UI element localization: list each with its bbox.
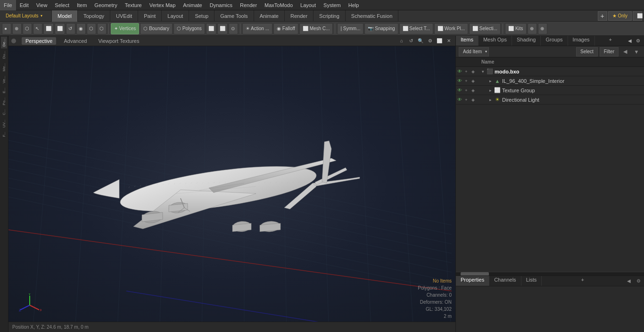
expand-3[interactable]: ▸	[488, 97, 493, 102]
menu-view[interactable]: View	[33, 0, 51, 10]
vtab-de[interactable]: De...	[1, 37, 7, 49]
eye-icon-0[interactable]: 👁	[457, 69, 462, 74]
tool-boundary[interactable]: ⬡ Boundary	[140, 23, 173, 34]
menu-help[interactable]: Help	[345, 0, 363, 10]
tree-item-0[interactable]: 👁 + ◈ ▾ ⬛ modo.bxo	[456, 67, 644, 76]
vtab-f[interactable]: F...	[1, 130, 7, 139]
menu-geometry[interactable]: Geometry	[91, 0, 121, 10]
vis-icon-1b[interactable]: +	[463, 78, 469, 84]
rpanel-tab-items[interactable]: Items	[456, 36, 479, 46]
viewport-icon-gear[interactable]: ⚙	[426, 37, 434, 45]
vis-icon-3b[interactable]: +	[463, 97, 469, 103]
tool-select1[interactable]: ●	[2, 23, 11, 34]
bpanel-tab-properties[interactable]: Properties	[456, 276, 489, 286]
menu-animate[interactable]: Animate	[179, 0, 206, 10]
mode-setup[interactable]: Setup	[189, 10, 215, 22]
rpanel-settings-icon[interactable]: ⚙	[635, 37, 642, 45]
rpanel-tab-mesh-ops[interactable]: Mesh Ops	[479, 36, 512, 46]
rpanel-collapse-icon[interactable]: ◀	[626, 37, 634, 45]
bpanel-settings-icon[interactable]: ⚙	[635, 277, 642, 285]
viewport-canvas[interactable]: .gridline{stroke:#2a3848;stroke-width:0.…	[8, 46, 455, 322]
menu-maxtomodo[interactable]: MaxToModo	[261, 0, 297, 10]
rpanel-tab-images[interactable]: Images	[568, 36, 595, 46]
vtab-me[interactable]: Me...	[1, 61, 7, 73]
item-label-0[interactable]: modo.bxo	[495, 69, 520, 74]
bpanel-tab-channels[interactable]: Channels	[489, 276, 521, 286]
eye-icon-2[interactable]: 👁	[457, 88, 462, 93]
tool-kits[interactable]: ⬜ Kits	[505, 23, 526, 34]
tool-selecti[interactable]: ⬜ Selecti...	[469, 23, 501, 34]
maximize-button[interactable]: ⬜	[633, 11, 642, 21]
vis-icon-0b[interactable]: +	[463, 69, 469, 74]
tool-mesh-c[interactable]: ⬜ Mesh C...	[299, 23, 333, 34]
tool-square2[interactable]: ⬜	[217, 23, 228, 34]
bpanel-add-tab[interactable]: +	[578, 276, 586, 286]
tool-vertices[interactable]: ✦ Vertices	[111, 23, 139, 34]
menu-select[interactable]: Select	[51, 0, 73, 10]
tool-symm[interactable]: | Symm...	[337, 23, 363, 34]
items-collapse-right[interactable]: ▼	[632, 47, 641, 57]
menu-item[interactable]: Item	[73, 0, 91, 10]
add-mode-button[interactable]: +	[598, 11, 607, 21]
tool-square1[interactable]: ⬜	[206, 23, 216, 34]
menu-render[interactable]: Render	[236, 0, 261, 10]
items-select-button[interactable]: Select	[576, 47, 598, 57]
expand-0[interactable]: ▾	[480, 69, 485, 74]
mode-game-tools[interactable]: Game Tools	[215, 10, 254, 22]
tool-plus1[interactable]: ⊕	[528, 23, 537, 34]
menu-file[interactable]: File	[0, 0, 16, 10]
tool-polygons[interactable]: ⬡ Polygons	[173, 23, 205, 34]
viewport-icon-close[interactable]: ✕	[445, 37, 453, 45]
eye-icon-1[interactable]: 👁	[457, 78, 462, 84]
viewport-tab-perspective[interactable]: Perspective	[22, 37, 56, 45]
mode-scripting[interactable]: Scripting	[314, 10, 346, 22]
tool-select2[interactable]: ⊕	[12, 23, 22, 34]
tool-rotate[interactable]: ↺	[66, 23, 75, 34]
vtab-e[interactable]: E...	[1, 86, 7, 95]
expand-2[interactable]: ▸	[488, 88, 493, 93]
tool-plus2[interactable]: ⊕	[538, 23, 547, 34]
eye-icon-3[interactable]: 👁	[457, 97, 462, 103]
tool-box2[interactable]: ⬜	[55, 23, 65, 34]
tool-arrow[interactable]: ↖	[33, 23, 42, 34]
mode-schematic[interactable]: Schematic Fusion	[346, 10, 398, 22]
bpanel-tab-lists[interactable]: Lists	[521, 276, 542, 286]
mode-model[interactable]: Model	[52, 10, 78, 22]
only-button[interactable]: ★ Only	[608, 11, 632, 21]
viewport-icon-home[interactable]: ⌂	[398, 37, 405, 45]
tool-hex2[interactable]: ⬡	[97, 23, 107, 34]
vtab-po[interactable]: Po...	[1, 96, 7, 107]
item-label-1[interactable]: IL_96_400_Simple_Interior	[502, 78, 564, 84]
tree-item-2[interactable]: 👁 + ◈ ▸ ⬜ Texture Group	[456, 86, 644, 95]
tool-box1[interactable]: ⬜	[43, 23, 54, 34]
mode-render[interactable]: Render	[285, 10, 314, 22]
add-item-button[interactable]: Add Item	[459, 47, 489, 57]
tool-action[interactable]: ☀ Action ...	[242, 23, 272, 34]
vis-icon-0c[interactable]: ◈	[470, 69, 476, 74]
items-scrollbar[interactable]	[456, 272, 644, 275]
tool-select-t[interactable]: ⬜ Select T...	[399, 23, 434, 34]
vtab-c[interactable]: C...	[1, 107, 7, 117]
item-label-3[interactable]: Directional Light	[502, 97, 539, 103]
menu-vertex-map[interactable]: Vertex Map	[146, 0, 180, 10]
mode-paint[interactable]: Paint	[138, 10, 162, 22]
rpanel-tab-shading[interactable]: Shading	[512, 36, 541, 46]
mode-layout[interactable]: Layout	[162, 10, 189, 22]
menu-system[interactable]: System	[320, 0, 345, 10]
tool-circle2[interactable]: ⊙	[229, 23, 238, 34]
vtab-uv[interactable]: UV...	[1, 118, 7, 130]
rpanel-tab-groups[interactable]: Groups	[541, 36, 568, 46]
viewport-tab-textures[interactable]: Viewport Textures	[94, 37, 143, 45]
viewport-icon-rotate[interactable]: ↺	[407, 37, 415, 45]
tool-select3[interactable]: ⬡	[23, 23, 32, 34]
items-collapse-left[interactable]: ◀	[620, 47, 630, 57]
tree-item-1[interactable]: 👁 + ◈ ▸ ▲ IL_96_400_Simple_Interior	[456, 76, 644, 86]
tool-snapping[interactable]: 📷 Snapping	[364, 23, 398, 34]
vtab-ve[interactable]: Ve...	[1, 74, 7, 85]
vis-icon-2c[interactable]: ◈	[470, 88, 476, 93]
menu-texture[interactable]: Texture	[121, 0, 146, 10]
mode-animate[interactable]: Animate	[254, 10, 285, 22]
mode-topology[interactable]: Topology	[78, 10, 110, 22]
menu-layout[interactable]: Layout	[297, 0, 320, 10]
viewport-menu-dot[interactable]	[11, 39, 16, 43]
